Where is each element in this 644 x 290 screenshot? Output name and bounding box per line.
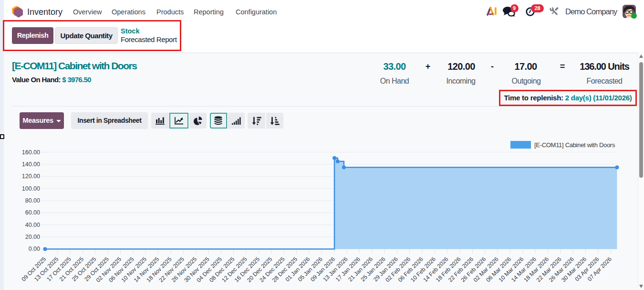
svg-text:120.00: 120.00 [22,173,40,180]
svg-text:60.00: 60.00 [25,209,40,216]
svg-text:80.00: 80.00 [25,197,40,204]
svg-text:100.00: 100.00 [22,185,40,192]
svg-text:0.00: 0.00 [29,246,40,252]
svg-text:160.00: 160.00 [22,149,40,156]
svg-text:20.00: 20.00 [25,234,40,240]
svg-text:140.00: 140.00 [22,161,40,168]
svg-text:40.00: 40.00 [25,222,40,228]
